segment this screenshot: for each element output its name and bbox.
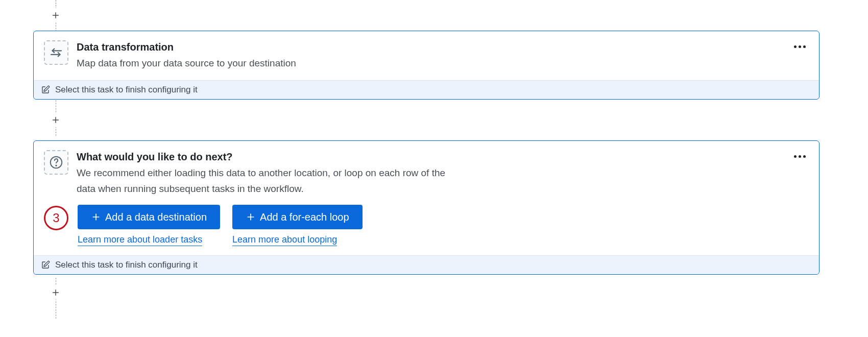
task-card-text: What would you like to do next? We recom… [77,150,809,246]
plus-icon [91,212,101,222]
task-more-button[interactable] [791,153,809,160]
button-label: Add a for-each loop [260,211,349,223]
action-loop: Add a for-each loop Learn more about loo… [232,205,363,246]
add-step-button[interactable] [49,113,63,127]
svg-point-7 [56,165,57,166]
task-card-body: Data transformation Map data from your d… [34,31,819,80]
task-card-next-step[interactable]: What would you like to do next? We recom… [33,140,819,275]
ellipsis-icon [794,45,806,48]
task-config-hint[interactable]: Select this task to finish configuring i… [34,80,819,99]
add-foreach-loop-button[interactable]: Add a for-each loop [232,205,363,229]
task-card-body: What would you like to do next? We recom… [34,141,819,255]
ellipsis-icon [794,155,806,158]
button-label: Add a data destination [105,211,207,223]
question-icon [44,150,68,175]
learn-more-looping-link[interactable]: Learn more about looping [232,234,337,246]
task-title: What would you like to do next? [77,150,809,163]
task-config-hint-text: Select this task to finish configuring i… [55,260,198,270]
plus-icon [52,115,60,125]
workflow-canvas: Data transformation Map data from your d… [33,0,819,310]
add-step-slot [33,0,819,31]
edit-icon [41,85,50,94]
learn-more-loader-link[interactable]: Learn more about loader tasks [78,234,202,246]
add-step-slot [33,275,819,310]
task-config-hint-text: Select this task to finish configuring i… [55,85,198,95]
task-card-text: Data transformation Map data from your d… [77,40,809,71]
task-more-button[interactable] [791,43,809,50]
plus-icon [246,212,256,222]
edit-icon [41,260,50,270]
add-step-button[interactable] [49,8,63,22]
plus-icon [52,287,60,298]
task-title: Data transformation [77,40,809,54]
plus-icon [52,10,60,20]
task-card-data-transformation[interactable]: Data transformation Map data from your d… [33,31,819,100]
add-data-destination-button[interactable]: Add a data destination [78,205,220,229]
task-description: Map data from your data source to your d… [77,56,465,71]
action-destination: Add a data destination Learn more about … [78,205,220,246]
step-number-badge: 3 [44,206,68,230]
transform-icon [44,40,68,65]
task-description: We recommend either loading this data to… [77,165,465,197]
action-row: 3 Add a data destination Learn more abou… [44,205,809,246]
add-step-button[interactable] [49,285,63,300]
task-config-hint[interactable]: Select this task to finish configuring i… [34,255,819,274]
add-step-slot [33,100,819,140]
